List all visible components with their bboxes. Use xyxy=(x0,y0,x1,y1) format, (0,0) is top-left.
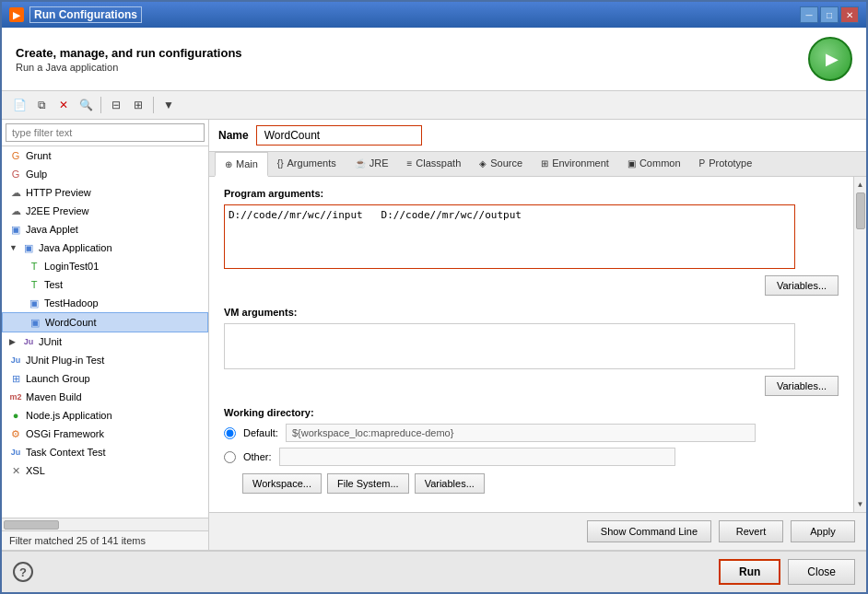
program-args-textarea[interactable]: D://code//mr/wc//input D://code//mr/wc//… xyxy=(224,204,795,269)
tab-content: Program arguments: D://code//mr/wc//inpu… xyxy=(209,177,853,512)
tab-source[interactable]: ◈ Source xyxy=(470,152,532,176)
left-panel: G Grunt G Gulp ☁ HTTP Preview ☁ J2EE Pre… xyxy=(2,120,209,550)
name-input[interactable] xyxy=(256,125,422,146)
program-args-label: Program arguments: xyxy=(224,188,839,199)
vm-args-textarea[interactable] xyxy=(224,323,795,369)
dialog-bottom: ? Run Close xyxy=(2,550,866,592)
more-button[interactable]: ▼ xyxy=(158,95,179,115)
scroll-thumb-horizontal[interactable] xyxy=(4,520,59,530)
tree-item-osgi[interactable]: ⚙ OSGi Framework xyxy=(2,425,208,443)
nodejs-icon: ● xyxy=(9,409,22,422)
tree-item-label: XSL xyxy=(26,465,45,476)
tree-item-label: Java Applet xyxy=(26,224,78,235)
run-large-button[interactable] xyxy=(808,37,852,81)
tab-main[interactable]: ⊕ Main xyxy=(215,152,268,177)
tree-item-grunt[interactable]: G Grunt xyxy=(2,146,208,165)
new-config-button[interactable]: 📄 xyxy=(9,95,29,115)
tree-item-junit[interactable]: ▶ Ju JUnit xyxy=(2,332,208,351)
tree-item-test[interactable]: T Test xyxy=(2,275,208,294)
run-button[interactable]: Run xyxy=(719,559,780,585)
program-args-variables-button[interactable]: Variables... xyxy=(765,275,839,296)
minimize-button[interactable]: ─ xyxy=(800,6,818,23)
arguments-tab-icon: {} xyxy=(277,158,284,169)
filter-input[interactable] xyxy=(6,123,205,142)
tree-item-label: Node.js Application xyxy=(26,410,112,421)
window-title: Run Configurations xyxy=(29,6,142,23)
apply-button[interactable]: Apply xyxy=(791,520,855,542)
java-app-icon: ▣ xyxy=(22,241,35,254)
tree-item-label: J2EE Preview xyxy=(26,205,88,216)
tree-item-label: WordCount xyxy=(45,317,96,328)
app-icon: ▶ xyxy=(9,7,24,22)
bottom-toolbar: Show Command Line Revert Apply xyxy=(209,512,866,550)
tree-item-wordcount[interactable]: ▣ WordCount xyxy=(2,312,208,332)
duplicate-button[interactable]: ⧉ xyxy=(31,95,52,115)
tree-item-label: LoginTest01 xyxy=(44,261,99,272)
other-radio-label: Other: xyxy=(243,451,272,462)
filter-button[interactable]: 🔍 xyxy=(76,95,96,115)
title-bar-left: ▶ Run Configurations xyxy=(9,6,142,23)
default-dir-input[interactable] xyxy=(286,424,756,442)
tab-classpath-label: Classpath xyxy=(416,157,461,169)
tree-item-gulp[interactable]: G Gulp xyxy=(2,165,208,183)
tree-item-testhadoop[interactable]: ▣ TestHadoop xyxy=(2,294,208,312)
other-dir-input[interactable] xyxy=(279,448,675,466)
window-close-button[interactable]: ✕ xyxy=(840,6,859,23)
default-radio[interactable] xyxy=(224,427,236,439)
j2ee-preview-icon: ☁ xyxy=(9,204,22,217)
vm-args-variables-button[interactable]: Variables... xyxy=(765,376,839,396)
maximize-button[interactable]: □ xyxy=(820,6,839,23)
filter-container xyxy=(2,120,208,146)
launch-group-icon: ⊞ xyxy=(9,372,22,385)
prototype-tab-icon: P xyxy=(699,158,706,169)
tree-item-nodejs[interactable]: ● Node.js Application xyxy=(2,406,208,425)
file-system-button[interactable]: File System... xyxy=(327,473,409,494)
delete-button[interactable]: ✕ xyxy=(53,95,74,115)
other-radio[interactable] xyxy=(224,451,236,463)
scrollbar-thumb[interactable] xyxy=(856,192,865,229)
tab-arguments[interactable]: {} Arguments xyxy=(268,152,346,176)
maven-build-icon: m2 xyxy=(9,390,22,403)
tree-item-launch-group[interactable]: ⊞ Launch Group xyxy=(2,369,208,388)
tree-item-label: JUnit xyxy=(39,336,62,347)
collapse-all-button[interactable]: ⊟ xyxy=(106,95,126,115)
tab-environment[interactable]: ⊞ Environment xyxy=(532,152,618,176)
title-bar: ▶ Run Configurations ─ □ ✕ xyxy=(2,2,866,28)
tab-prototype[interactable]: P Prototype xyxy=(690,152,762,176)
tab-environment-label: Environment xyxy=(552,157,609,169)
content-area: G Grunt G Gulp ☁ HTTP Preview ☁ J2EE Pre… xyxy=(2,120,866,550)
expand-all-button[interactable]: ⊞ xyxy=(128,95,148,115)
tab-classpath[interactable]: ≡ Classpath xyxy=(398,152,471,176)
tree-item-task-context[interactable]: Ju Task Context Test xyxy=(2,443,208,461)
working-dir-buttons: Workspace... File System... Variables... xyxy=(242,473,839,494)
show-command-line-button[interactable]: Show Command Line xyxy=(587,520,711,542)
tab-common[interactable]: ▣ Common xyxy=(618,152,690,176)
tree-item-logintest01[interactable]: T LoginTest01 xyxy=(2,257,208,275)
tab-jre[interactable]: ☕ JRE xyxy=(346,152,398,176)
wordcount-icon: ▣ xyxy=(29,316,41,329)
help-button[interactable]: ? xyxy=(13,562,33,582)
default-radio-row: Default: xyxy=(224,424,839,442)
run-configurations-window: ▶ Run Configurations ─ □ ✕ Create, manag… xyxy=(0,0,868,594)
tree-item-java-application[interactable]: ▼ ▣ Java Application xyxy=(2,239,208,257)
scroll-up-arrow[interactable]: ▲ xyxy=(855,179,866,191)
name-row: Name xyxy=(209,120,866,152)
vm-args-label: VM arguments: xyxy=(224,307,839,318)
gulp-icon: G xyxy=(9,168,22,181)
tree-item-http-preview[interactable]: ☁ HTTP Preview xyxy=(2,183,208,202)
right-scrollbar[interactable]: ▲ ▼ xyxy=(853,177,866,512)
workspace-button[interactable]: Workspace... xyxy=(242,473,322,494)
main-tab-icon: ⊕ xyxy=(225,159,232,169)
wd-variables-button[interactable]: Variables... xyxy=(415,473,485,494)
tree-item-java-applet[interactable]: ▣ Java Applet xyxy=(2,220,208,239)
tree-item-j2ee-preview[interactable]: ☁ J2EE Preview xyxy=(2,202,208,220)
scroll-down-arrow[interactable]: ▼ xyxy=(855,498,866,510)
tree-item-junit-plugin[interactable]: Ju JUnit Plug-in Test xyxy=(2,351,208,369)
tree-item-maven-build[interactable]: m2 Maven Build xyxy=(2,388,208,406)
horizontal-scrollbar[interactable] xyxy=(2,518,208,530)
revert-button[interactable]: Revert xyxy=(719,520,783,542)
tree-item-xsl[interactable]: ✕ XSL xyxy=(2,461,208,480)
close-button[interactable]: Close xyxy=(788,559,855,585)
tree-item-label: OSGi Framework xyxy=(26,428,104,439)
grunt-icon: G xyxy=(9,149,22,162)
